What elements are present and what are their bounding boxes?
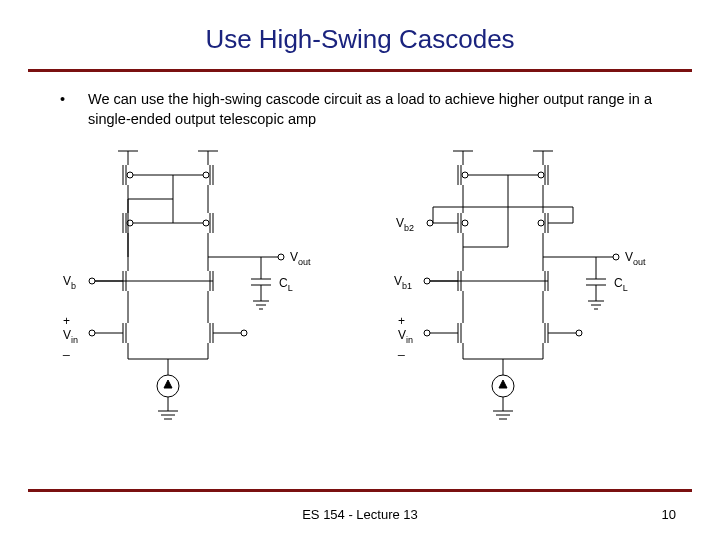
svg-point-59	[89, 330, 95, 336]
svg-point-5	[127, 172, 133, 178]
svg-point-13	[203, 172, 209, 178]
body: • We can use the high-swing cascode circ…	[0, 72, 720, 129]
svg-text:_: _	[62, 342, 70, 356]
figure-right: Vb2 Vout	[365, 139, 690, 439]
svg-text:CL: CL	[614, 276, 628, 293]
svg-point-46	[89, 278, 95, 284]
bullet-marker: •	[60, 90, 70, 129]
svg-point-113	[613, 254, 619, 260]
footer-rule	[28, 489, 692, 492]
svg-text:Vb: Vb	[63, 274, 76, 291]
svg-point-98	[427, 220, 433, 226]
page-number: 10	[662, 507, 676, 522]
svg-text:_: _	[397, 342, 405, 356]
bullet-row: • We can use the high-swing cascode circ…	[60, 90, 660, 129]
svg-text:Vb2: Vb2	[396, 216, 414, 233]
svg-point-149	[576, 330, 582, 336]
svg-point-96	[462, 220, 468, 226]
svg-point-32	[278, 254, 284, 260]
svg-point-68	[241, 330, 247, 336]
figures: Vout CL Vb	[0, 129, 720, 439]
svg-marker-73	[164, 380, 172, 388]
svg-point-140	[424, 330, 430, 336]
bullet-text: We can use the high-swing cascode circui…	[88, 90, 660, 129]
svg-point-25	[203, 220, 209, 226]
svg-point-105	[538, 220, 544, 226]
svg-text:+: +	[63, 314, 70, 328]
svg-text:Vout: Vout	[290, 250, 311, 267]
slide-title: Use High-Swing Cascodes	[0, 0, 720, 69]
slide: Use High-Swing Cascodes • We can use the…	[0, 0, 720, 540]
svg-point-127	[424, 278, 430, 284]
svg-point-83	[462, 172, 468, 178]
svg-text:CL: CL	[279, 276, 293, 293]
figure-left: Vout CL Vb	[30, 139, 355, 439]
svg-marker-154	[499, 380, 507, 388]
svg-point-90	[538, 172, 544, 178]
svg-text:Vout: Vout	[625, 250, 646, 267]
svg-text:+: +	[398, 314, 405, 328]
svg-text:Vb1: Vb1	[394, 274, 412, 291]
footer-text: ES 154 - Lecture 13	[0, 507, 720, 522]
